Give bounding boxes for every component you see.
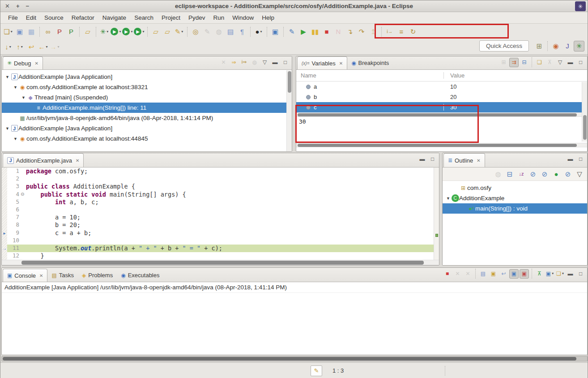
code-line-8[interactable]: 8 b = 20; <box>2 221 439 229</box>
variable-detail-pane[interactable]: 30 <box>296 117 587 143</box>
show-logical-structures-icon[interactable]: ⇉ <box>509 58 519 67</box>
line-number[interactable]: 7 <box>7 214 21 221</box>
tab-tasks[interactable]: ▤Tasks <box>47 269 78 282</box>
maximize-icon[interactable]: □ <box>576 58 585 67</box>
remove-terminated-icon[interactable]: ✕ <box>219 57 228 67</box>
editor-annotation-ruler[interactable] <box>2 206 7 214</box>
annotations-icon[interactable]: ◍ <box>213 26 224 37</box>
dropdown-arrow-icon[interactable]: ▾ <box>562 272 564 275</box>
import-folder-icon[interactable]: ▱ <box>162 26 173 37</box>
dropdown-arrow-icon[interactable]: ▾ <box>46 45 47 49</box>
line-number[interactable]: 5 <box>7 198 21 206</box>
pydev-debug-icon[interactable]: P <box>66 26 77 37</box>
minimize-icon[interactable]: ▬ <box>566 269 575 279</box>
editor-annotation-ruler[interactable]: ▸ <box>2 229 7 237</box>
code-line-2[interactable]: 2 <box>2 175 439 183</box>
debug-last-launched-icon[interactable]: ▱ <box>82 26 93 37</box>
last-edit-location-icon[interactable]: ↩ <box>26 42 37 52</box>
dropdown-arrow-icon[interactable]: ▾ <box>181 30 183 34</box>
dropdown-arrow-icon[interactable]: ▾ <box>107 30 108 34</box>
line-number[interactable]: 3 <box>7 183 21 190</box>
debug-tree-item[interactable]: ▼◆Thread [main] (Suspended) <box>2 92 292 103</box>
account-icon[interactable]: ●▾ <box>253 26 264 37</box>
column-name[interactable]: Name <box>296 72 444 79</box>
bottom-scrollbar[interactable] <box>1 356 588 361</box>
disconnect-icon[interactable]: N <box>333 26 344 37</box>
close-icon[interactable]: ✕ <box>339 61 343 66</box>
editor-annotation-ruler[interactable]: → <box>2 245 7 252</box>
profile-icon[interactable]: ▶▾ <box>134 26 145 37</box>
minimize-icon[interactable]: ▬ <box>566 154 575 163</box>
dropdown-arrow-icon[interactable]: ▾ <box>11 30 13 34</box>
terminate-icon[interactable]: ■ <box>443 269 452 279</box>
save-all-icon[interactable]: ▦ <box>26 26 37 37</box>
code-line-10[interactable]: 10 <box>2 237 439 245</box>
show-whitespace-icon[interactable]: ¶ <box>237 26 247 37</box>
remove-launch-icon[interactable]: ✕ <box>453 269 462 279</box>
forward-icon[interactable]: →▾ <box>49 42 60 52</box>
dropdown-arrow-icon[interactable]: ▾ <box>57 45 59 49</box>
dropdown-arrow-icon[interactable]: ▾ <box>9 45 11 49</box>
maximize-icon[interactable]: □ <box>576 269 585 279</box>
menu-edit[interactable]: Edit <box>22 13 40 22</box>
maximize-icon[interactable]: □ <box>281 57 290 67</box>
line-number[interactable]: 11 <box>7 245 21 252</box>
tab-problems[interactable]: ◈Problems <box>78 269 117 282</box>
scrollbar-thumb[interactable] <box>298 113 577 116</box>
editor-annotation-ruler[interactable] <box>2 183 7 190</box>
editor-annotation-ruler[interactable] <box>2 175 7 183</box>
fold-marker[interactable]: ⊖ <box>21 191 26 198</box>
quick-access-button[interactable]: Quick Access <box>479 40 529 52</box>
dropdown-arrow-icon[interactable]: ▾ <box>21 45 23 49</box>
terminal-icon[interactable]: ▣ <box>270 26 281 37</box>
expand-arrow-icon[interactable]: ▼ <box>4 75 10 79</box>
editor-annotation-ruler[interactable] <box>2 237 7 245</box>
editor-annotation-ruler[interactable] <box>2 221 7 229</box>
expand-arrow-icon[interactable]: ▼ <box>21 95 26 100</box>
code-line-11[interactable]: →11 System.out.println(a + " + " + b + "… <box>2 245 439 252</box>
code-line-5[interactable]: 5 int a, b, c; <box>2 198 439 206</box>
tab-debug[interactable]: ✳ Debug ✕ <box>3 56 43 69</box>
dropdown-arrow-icon[interactable]: ▾ <box>119 30 121 34</box>
view-menu-icon[interactable]: ▽ <box>555 58 565 67</box>
code-line-1[interactable]: 1package com.osfy; <box>2 168 439 175</box>
close-window-icon[interactable]: ✕ <box>5 3 10 9</box>
open-element-icon[interactable]: ▤ <box>225 26 236 37</box>
editor-overview-ruler[interactable] <box>434 168 439 260</box>
sort-icon[interactable]: ↓z <box>516 169 527 180</box>
column-value[interactable]: Value <box>444 72 464 79</box>
view-menu-icon[interactable]: ▽ <box>574 169 585 180</box>
maximize-icon[interactable]: □ <box>576 154 585 163</box>
clear-console-icon[interactable]: ▤ <box>478 269 488 279</box>
tab-console[interactable]: ▣Console✕ <box>3 269 47 282</box>
code-line-7[interactable]: 7 a = 10; <box>2 214 439 221</box>
debug-tree-item[interactable]: ▼JAdditionExample [Java Application] <box>2 72 292 82</box>
step-over-icon[interactable]: ↷ <box>356 26 367 37</box>
instruction-pointer-icon[interactable]: i⇒ <box>239 57 249 67</box>
variables-table-header[interactable]: Name Value <box>296 70 587 82</box>
menu-file[interactable]: File <box>4 13 22 22</box>
tray-gear-icon[interactable]: ✳ <box>575 1 586 11</box>
menu-project[interactable]: Project <box>158 13 184 22</box>
code-line-4[interactable]: 4⊖ public static void main(String[] args… <box>2 191 439 198</box>
menu-help[interactable]: Help <box>258 13 278 22</box>
skip-breakpoints-icon[interactable]: ✎ <box>286 26 297 37</box>
variables-horizontal-scrollbar[interactable] <box>296 112 587 117</box>
variables-vertical-scrollbar[interactable] <box>582 82 587 142</box>
editor-annotation-ruler[interactable] <box>2 252 7 260</box>
line-number[interactable]: 12 <box>7 252 21 260</box>
tab-additionexample-java[interactable]: J AdditionExample.java ✕ <box>3 153 84 167</box>
run-icon[interactable]: ▶▾ <box>111 26 121 37</box>
show-on-stderr-icon[interactable]: ▣ <box>520 269 529 279</box>
coverage-icon[interactable]: ▶▾ <box>122 26 133 37</box>
collapse-all-icon[interactable]: ⊟ <box>520 58 529 67</box>
line-number[interactable]: 8 <box>7 221 21 229</box>
expand-arrow-icon[interactable]: ▼ <box>13 85 18 90</box>
line-number[interactable]: 1 <box>7 168 21 175</box>
console-output[interactable] <box>2 293 587 351</box>
instruction-step-icon[interactable]: i→ <box>384 26 395 37</box>
hide-local-types-icon[interactable]: ⊘ <box>562 169 573 180</box>
debug-vertical-scrollbar[interactable] <box>286 70 292 151</box>
connect-icon[interactable]: ⇒ <box>229 57 239 67</box>
back-icon[interactable]: ←▾ <box>38 42 48 52</box>
